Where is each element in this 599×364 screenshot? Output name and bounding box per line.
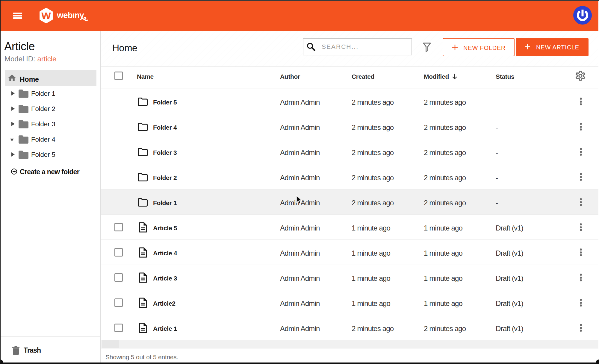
svg-text:w: w bbox=[41, 8, 51, 22]
